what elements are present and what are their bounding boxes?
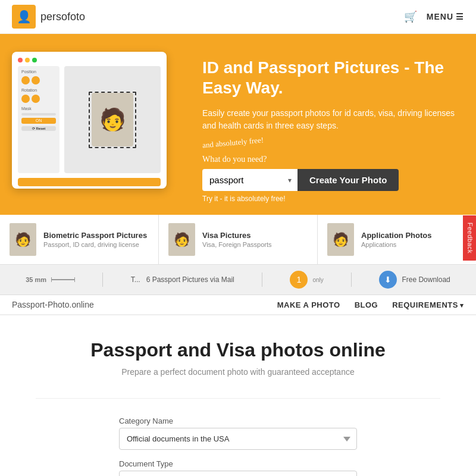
feature-card-biometric[interactable]: 🧑 Biometric Passport Pictures Passport, … bbox=[0, 215, 159, 264]
step-divider-3 bbox=[351, 273, 352, 287]
cart-icon[interactable]: 🛒 bbox=[404, 10, 417, 23]
mask-label: Mask bbox=[21, 107, 56, 111]
step-divider-1 bbox=[102, 273, 103, 287]
form-section: Category Name Official documents in the … bbox=[119, 416, 357, 476]
feature-card-application[interactable]: 🧑 Application Photos Applications bbox=[318, 215, 476, 264]
nav-bar: Passport-Photo.online MAKE A PHOTO BLOG … bbox=[0, 295, 476, 315]
category-label: Category Name bbox=[119, 416, 357, 425]
create-photo-button[interactable]: Create Your Photo bbox=[298, 169, 399, 191]
biometric-title: Biometric Passport Pictures bbox=[43, 231, 149, 240]
mockup-face-area: 🧑 bbox=[64, 66, 161, 173]
hero-content: ID and Passport Pictures - The Easy Way.… bbox=[202, 52, 464, 203]
position-label: Position bbox=[21, 70, 56, 74]
position-controls bbox=[21, 76, 56, 84]
nav-requirements[interactable]: REQUIREMENTS bbox=[392, 300, 464, 309]
passport-select-wrapper[interactable]: passport visa id card driving license ▾ bbox=[202, 169, 298, 191]
dot-yellow bbox=[25, 58, 30, 62]
nav-brand: Passport-Photo.online bbox=[12, 300, 277, 309]
on-toggle: ON bbox=[21, 118, 56, 124]
step-count-icon: 1 bbox=[290, 271, 308, 289]
menu-button[interactable]: MENU ☰ bbox=[427, 12, 464, 21]
main-subtitle: Prepare a perfect document photo with gu… bbox=[36, 367, 440, 377]
document-label: Document Type bbox=[119, 459, 357, 468]
visa-info: Visa Pictures Visa, Foreign Passports bbox=[202, 231, 308, 248]
visa-photo: 🧑 bbox=[168, 223, 195, 256]
visa-title: Visa Pictures bbox=[202, 231, 308, 240]
main-title: Passport and Visa photos online bbox=[36, 339, 440, 361]
hamburger-icon: ☰ bbox=[456, 12, 464, 21]
rot-btn-2 bbox=[32, 95, 40, 103]
nav-make-photo[interactable]: MAKE A PHOTO bbox=[277, 300, 340, 309]
feature-cards: 🧑 Biometric Passport Pictures Passport, … bbox=[0, 215, 476, 265]
dot-green bbox=[32, 58, 37, 62]
reset-btn: ⟳ Reset bbox=[21, 126, 56, 131]
try-free-text: Try it - it is absolutely free! bbox=[202, 195, 464, 203]
steps-bar: 35 mm T... 6 Passport Pictures via Mail … bbox=[0, 265, 476, 295]
step-download-icon: ⬇ bbox=[379, 271, 397, 289]
step-size: 35 mm bbox=[26, 276, 75, 283]
document-group: Document Type Baby Passport Photo US Pas… bbox=[119, 459, 357, 476]
step-size-label: 35 mm bbox=[26, 276, 46, 283]
mask-slider bbox=[21, 113, 56, 115]
dot-red bbox=[18, 58, 23, 62]
application-sub: Applications bbox=[361, 241, 466, 248]
rot-btn-1 bbox=[21, 95, 30, 103]
mockup-sidebar: Position Rotation Mask ON ⟳ Reset bbox=[18, 66, 60, 173]
logo-area[interactable]: 👤 persofoto bbox=[12, 5, 85, 29]
site-header: 👤 persofoto 🛒 MENU ☰ bbox=[0, 0, 476, 34]
biometric-sub: Passport, ID card, driving license bbox=[43, 241, 149, 248]
hero-title: ID and Passport Pictures - The Easy Way. bbox=[202, 58, 464, 98]
hero-subtitle: Easily create your passport photos for i… bbox=[202, 107, 464, 132]
step-count: 1 only bbox=[290, 271, 323, 289]
step-mail-label: T... 6 Passport Pictures via Mail bbox=[131, 275, 234, 284]
rotation-label: Rotation bbox=[21, 88, 56, 92]
free-text: and absolutely free! bbox=[202, 136, 264, 151]
hero-section: Position Rotation Mask ON ⟳ Reset bbox=[0, 34, 476, 215]
mockup-body: Position Rotation Mask ON ⟳ Reset bbox=[18, 66, 161, 173]
step-download: ⬇ Free Download bbox=[379, 271, 450, 289]
pos-btn-1 bbox=[21, 76, 30, 84]
mockup-toolbar bbox=[18, 58, 161, 62]
biometric-photo: 🧑 bbox=[10, 223, 36, 256]
category-select[interactable]: Official documents in the USA European d… bbox=[119, 428, 357, 450]
application-title: Application Photos bbox=[361, 231, 466, 240]
nav-blog[interactable]: BLOG bbox=[355, 300, 378, 309]
category-group: Category Name Official documents in the … bbox=[119, 416, 357, 450]
app-mockup-frame: Position Rotation Mask ON ⟳ Reset bbox=[12, 52, 167, 189]
visa-sub: Visa, Foreign Passports bbox=[202, 241, 308, 248]
logo-text: persofoto bbox=[40, 11, 85, 23]
main-content: Passport and Visa photos online Prepare … bbox=[0, 315, 476, 476]
feature-card-visa[interactable]: 🧑 Visa Pictures Visa, Foreign Passports bbox=[159, 215, 318, 264]
logo-icon: 👤 bbox=[12, 5, 36, 29]
step-download-label: Free Download bbox=[402, 275, 450, 284]
application-photo: 🧑 bbox=[327, 223, 354, 256]
mockup-bottom-bar bbox=[18, 178, 161, 186]
passport-select[interactable]: passport visa id card driving license bbox=[202, 169, 298, 191]
what-label: What do you need? bbox=[202, 155, 464, 164]
header-right: 🛒 MENU ☰ bbox=[404, 10, 464, 23]
pos-btn-2 bbox=[32, 76, 40, 84]
step-divider-2 bbox=[262, 273, 262, 287]
nav-links: MAKE A PHOTO BLOG REQUIREMENTS bbox=[277, 300, 464, 309]
step-mail: T... 6 Passport Pictures via Mail bbox=[131, 275, 234, 284]
face-outline bbox=[89, 92, 136, 148]
size-ruler bbox=[51, 279, 75, 280]
biometric-info: Biometric Passport Pictures Passport, ID… bbox=[43, 231, 149, 248]
content-divider bbox=[36, 398, 440, 399]
hero-mockup: Position Rotation Mask ON ⟳ Reset bbox=[12, 52, 190, 203]
rotation-controls bbox=[21, 95, 56, 103]
document-select[interactable]: Baby Passport Photo US Passport Photo US… bbox=[119, 471, 357, 476]
application-info: Application Photos Applications bbox=[361, 231, 466, 248]
step-only-label: only bbox=[312, 277, 323, 283]
feedback-tab[interactable]: Feedback bbox=[463, 215, 476, 261]
create-form: passport visa id card driving license ▾ … bbox=[202, 169, 464, 191]
